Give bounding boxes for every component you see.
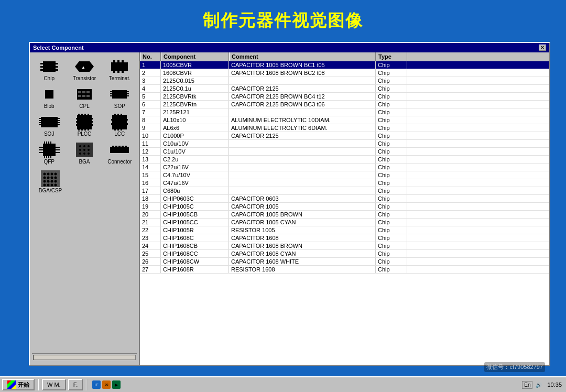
- table-row[interactable]: 9AL6x6ALUMINUM ELECTROLYTIC 6DIAM.Chip: [140, 124, 549, 132]
- col-header-comment: Comment: [229, 52, 376, 61]
- clock: 10:35: [545, 380, 564, 389]
- table-row[interactable]: 12C1u/10VChip: [140, 148, 549, 156]
- page-title: 制作元器件视觉图像: [0, 0, 566, 40]
- cell-no: 14: [140, 164, 161, 171]
- component-item-terminat[interactable]: Terminat.: [103, 57, 137, 83]
- table-row[interactable]: 17C680uChip: [140, 187, 549, 195]
- component-item-chip[interactable]: Chip: [32, 57, 66, 83]
- table-row[interactable]: 20CHIP1005CBCAPACITOR 1005 BROWNChip: [140, 211, 549, 219]
- table-row[interactable]: 13C2.2uChip: [140, 156, 549, 164]
- table-body[interactable]: 11005CBVRCAPACITOR 1005 BROWN BC1 t05Chi…: [140, 61, 549, 365]
- svg-rect-22: [82, 95, 85, 97]
- svg-rect-3: [40, 69, 43, 71]
- svg-rect-13: [113, 71, 115, 73]
- svg-point-84: [88, 145, 90, 147]
- svg-rect-51: [76, 124, 77, 126]
- table-row[interactable]: 24CHIP1608CBCAPACITOR 1608 BROWNChip: [140, 242, 549, 250]
- table-row[interactable]: 15C4.7u/10VChip: [140, 171, 549, 179]
- connector-label: Connector: [107, 159, 132, 165]
- qfp-label: QFP: [43, 159, 55, 165]
- component-item-blob[interactable]: Blob: [32, 84, 66, 111]
- cell-comment: CAPACITOR 1608 BROWN BC2 t08: [229, 69, 376, 77]
- svg-point-105: [55, 177, 57, 179]
- table-row[interactable]: 72125R121Chip: [140, 108, 549, 116]
- start-button[interactable]: 开始: [2, 379, 35, 390]
- ie-icon[interactable]: IE: [92, 380, 101, 389]
- table-row[interactable]: 25CHIP1608CCCAPACITOR 1608 CYANChip: [140, 250, 549, 258]
- svg-rect-53: [92, 121, 93, 123]
- cell-no: 15: [140, 171, 161, 179]
- table-row[interactable]: 21CHIP1005CCCAPACITOR 1005 CYANChip: [140, 219, 549, 226]
- svg-point-106: [43, 180, 46, 183]
- svg-rect-34: [39, 122, 41, 123]
- table-row[interactable]: 16C47u/16VChip: [140, 179, 549, 187]
- taskbar-word-button[interactable]: W M.: [42, 379, 66, 390]
- table-row[interactable]: 62125CBVRtnCAPACITOR 2125 BROWN BC3 t06C…: [140, 101, 549, 108]
- table-row[interactable]: 8AL10x10ALUMINUM ELECTROLYTIC 10DIAM.Chi…: [140, 116, 549, 124]
- component-item-bga[interactable]: BGA: [67, 140, 101, 167]
- table-row[interactable]: 22CHIP1005RRESISTOR 1005Chip: [140, 226, 549, 234]
- cell-type: Chip: [376, 140, 407, 147]
- svg-point-111: [47, 184, 50, 187]
- table-row[interactable]: 52125CBVRtkCAPACITOR 2125 BROWN BC4 t12C…: [140, 93, 549, 101]
- mail-icon[interactable]: ✉: [102, 380, 111, 389]
- component-item-bgacsp[interactable]: BGA/CSP: [32, 169, 69, 195]
- connector-svg: [109, 143, 130, 157]
- language-indicator[interactable]: En: [522, 381, 532, 389]
- cell-component: C10u/10V: [161, 140, 229, 147]
- bgacsp-label: BGA/CSP: [39, 188, 62, 193]
- table-row[interactable]: 11C10u/10VChip: [140, 140, 549, 148]
- cell-type: Chip: [376, 234, 407, 242]
- table-row[interactable]: 21608CBVRCAPACITOR 1608 BROWN BC2 t08Chi…: [140, 69, 549, 77]
- component-item-soj[interactable]: SOJ: [32, 112, 66, 139]
- table-row[interactable]: 14C22u/16VChip: [140, 164, 549, 171]
- svg-rect-61: [121, 129, 122, 130]
- soj-icon: [39, 114, 60, 130]
- svg-rect-92: [112, 146, 114, 147]
- cell-no: 11: [140, 140, 161, 147]
- taskbar-word-label: W M.: [47, 382, 61, 388]
- component-item-plcc[interactable]: PLCC: [67, 112, 101, 139]
- cell-comment: [229, 108, 376, 116]
- left-panel-scrollbar[interactable]: [32, 353, 137, 361]
- cell-type: Chip: [376, 164, 407, 171]
- bgacsp-icon: [40, 171, 61, 187]
- table-row[interactable]: 32125C0.015Chip: [140, 77, 549, 85]
- cell-no: 19: [140, 203, 161, 210]
- sop-svg: [109, 87, 130, 102]
- cell-comment: RESISTOR 1005: [229, 226, 376, 234]
- cell-component: C2.2u: [161, 156, 229, 163]
- svg-point-98: [43, 173, 46, 176]
- component-item-lcc[interactable]: LCC: [103, 112, 137, 139]
- component-item-cpl[interactable]: CPL: [67, 84, 101, 111]
- component-item-qfp[interactable]: QFP: [32, 140, 66, 167]
- cell-component: C4.7u/10V: [161, 171, 229, 179]
- table-row[interactable]: 11005CBVRCAPACITOR 1005 BROWN BC1 t05Chi…: [140, 61, 549, 69]
- cell-no: 17: [140, 187, 161, 194]
- table-row[interactable]: 23CHIP1608CCAPACITOR 1608Chip: [140, 234, 549, 242]
- cell-no: 21: [140, 219, 161, 226]
- cell-type: Chip: [376, 195, 407, 202]
- component-item-sop[interactable]: SOP: [103, 84, 137, 111]
- table-row[interactable]: 27CHIP1608RRESISTOR 1608Chip: [140, 266, 549, 274]
- table-row[interactable]: 26CHIP1608CWCAPACITOR 1608 WHITEChip: [140, 258, 549, 266]
- table-row[interactable]: 10C1000PCAPACITOR 2125Chip: [140, 132, 549, 140]
- window-close-button[interactable]: ✕: [539, 45, 546, 51]
- taskbar-excel-button[interactable]: F.: [68, 379, 83, 390]
- media-icon[interactable]: ▶: [112, 380, 121, 389]
- volume-icon[interactable]: 🔊: [535, 380, 543, 389]
- table-row[interactable]: 18CHIP0603CCAPACITOR 0603Chip: [140, 195, 549, 203]
- transistor-label: Transistor: [73, 75, 96, 81]
- table-row[interactable]: 42125C0.1uCAPACITOR 2125Chip: [140, 85, 549, 93]
- cell-no: 20: [140, 211, 161, 218]
- cell-comment: [229, 148, 376, 155]
- scrollbar-track: [33, 355, 136, 360]
- cell-no: 25: [140, 250, 161, 257]
- window-body: Chip ▲ Transistor: [30, 52, 549, 365]
- cell-no: 26: [140, 258, 161, 265]
- table-row[interactable]: 19CHIP1005CCAPACITOR 1005Chip: [140, 203, 549, 211]
- taskbar: 开始 W M. F. IE ✉ ▶ En 🔊 10:35: [0, 376, 566, 392]
- component-item-connector[interactable]: Connector: [103, 140, 137, 167]
- component-item-transistor[interactable]: ▲ Transistor: [67, 57, 101, 83]
- cell-component: 2125C0.015: [161, 77, 229, 84]
